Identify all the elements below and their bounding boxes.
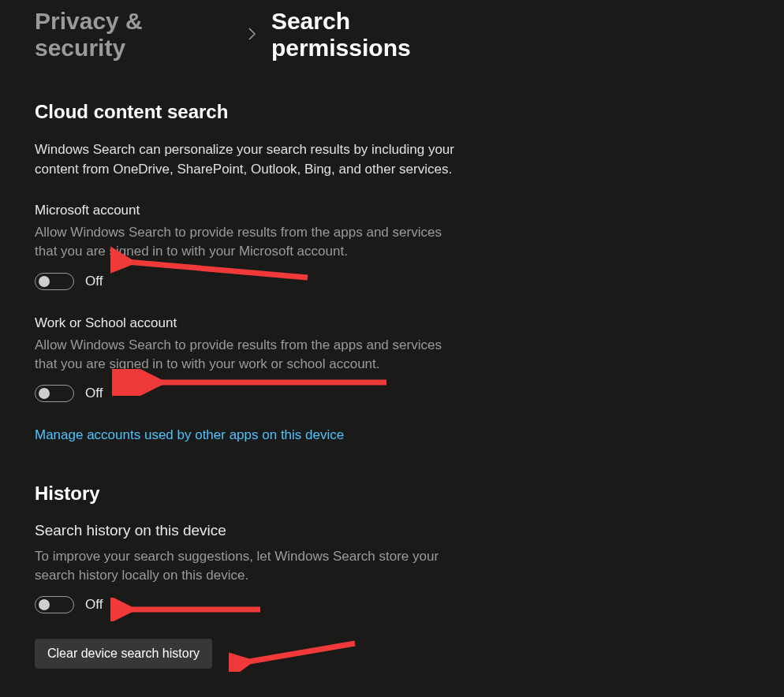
breadcrumb-parent[interactable]: Privacy & security — [35, 8, 233, 62]
toggle-thumb — [39, 276, 50, 287]
manage-accounts-link[interactable]: Manage accounts used by other apps on th… — [35, 427, 344, 443]
section-heading-history: History — [35, 483, 489, 505]
toggle-state-search-history: Off — [85, 597, 103, 613]
section-heading-cloud: Cloud content search — [35, 101, 489, 123]
setting-title-ms-account: Microsoft account — [35, 203, 489, 218]
setting-search-history: Search history on this device To improve… — [35, 522, 489, 613]
setting-desc-work-account: Allow Windows Search to provide results … — [35, 336, 465, 374]
section-intro-cloud: Windows Search can personalize your sear… — [35, 140, 465, 179]
setting-desc-search-history: To improve your search suggestions, let … — [35, 547, 465, 585]
chevron-right-icon — [248, 26, 257, 44]
toggle-state-ms-account: Off — [85, 274, 103, 289]
toggle-thumb — [39, 599, 50, 610]
breadcrumb: Privacy & security Search permissions — [35, 8, 489, 62]
setting-title-search-history: Search history on this device — [35, 522, 489, 539]
toggle-thumb — [39, 388, 50, 399]
toggle-search-history[interactable] — [35, 596, 74, 613]
toggle-work-account[interactable] — [35, 385, 74, 402]
clear-history-button[interactable]: Clear device search history — [35, 639, 212, 669]
setting-work-account: Work or School account Allow Windows Sea… — [35, 315, 489, 402]
toggle-ms-account[interactable] — [35, 273, 74, 290]
setting-title-work-account: Work or School account — [35, 315, 489, 331]
setting-desc-ms-account: Allow Windows Search to provide results … — [35, 223, 465, 261]
toggle-state-work-account: Off — [85, 386, 103, 401]
setting-ms-account: Microsoft account Allow Windows Search t… — [35, 203, 489, 289]
page-title: Search permissions — [271, 8, 489, 62]
